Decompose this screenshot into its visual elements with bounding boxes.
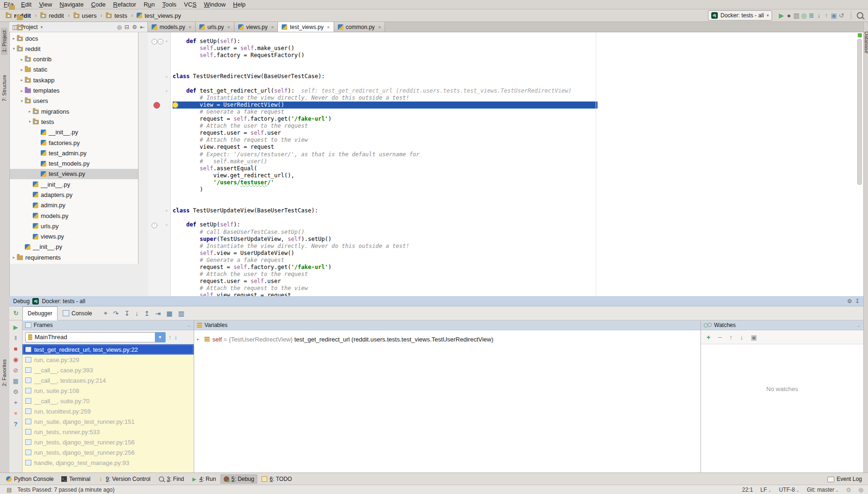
code-line[interactable]: def setUp(self): — [173, 221, 598, 228]
fold-marker-icon[interactable]: ▿ — [166, 223, 168, 227]
chevron-down-icon[interactable]: ▾ — [19, 99, 25, 103]
menu-item-edit[interactable]: Edit — [17, 0, 35, 9]
code-line[interactable]: # Instantiate the view directly. Never d… — [173, 243, 598, 250]
code-line[interactable]: view = UserRedirectView() — [173, 102, 598, 109]
restore-layout-icon[interactable]: ▦ — [13, 378, 18, 385]
status-widget-utf-8[interactable]: UTF-8⌄ — [779, 487, 800, 493]
frame-row[interactable]: run_tests, django_test_runner.py:256 — [22, 447, 194, 458]
tree-item-adapters-py[interactable]: adapters.py — [0, 189, 138, 200]
code-line[interactable]: class TestUserRedirectView(BaseUserTestC… — [173, 73, 598, 80]
code-line[interactable]: self.view = UserUpdateView() — [173, 250, 598, 257]
overriding-method-icon[interactable]: ↑ — [152, 39, 157, 44]
breakpoint-icon[interactable] — [153, 102, 160, 109]
code-line[interactable]: # call BaseUserTestCase.setUp() — [173, 229, 598, 236]
frame-row[interactable]: handle, django_test_manage.py:93 — [22, 458, 194, 468]
stripe-button-1-project[interactable]: 1: Project — [1, 28, 7, 55]
code-editor[interactable]: def setUp(self): self.user = self.make_u… — [148, 32, 863, 296]
tree-item-urls-py[interactable]: urls.py — [0, 221, 138, 231]
code-line[interactable]: request.user = self.user — [173, 130, 598, 137]
code-line[interactable]: def setUp(self): — [173, 38, 598, 45]
breadcrumb-item[interactable]: test_views.py — [136, 12, 182, 19]
tab-views-py[interactable]: views.py× — [234, 22, 278, 32]
frame-row[interactable]: __call__, testcases.py:214 — [22, 375, 194, 385]
code-line[interactable]: # Attach the user to the request — [173, 123, 598, 130]
pause-icon[interactable]: ‖ — [15, 335, 17, 341]
code-line[interactable]: # self.make_user() — [173, 158, 598, 165]
hide-panel-icon[interactable]: ⇤ — [140, 24, 145, 30]
chevron-down-icon[interactable]: ▾ — [41, 25, 43, 29]
fold-marker-icon[interactable]: ▿ — [166, 89, 168, 93]
vcs-update-icon[interactable]: ↓ — [815, 12, 823, 19]
breadcrumb-item[interactable]: users — [73, 12, 98, 19]
frame-row[interactable]: run, suite.py:108 — [22, 385, 194, 396]
menu-item-window[interactable]: Window — [200, 0, 229, 9]
stripe-button-database[interactable]: Database — [864, 29, 868, 56]
run-to-cursor-icon[interactable]: ⇥ — [155, 310, 161, 317]
chevron-down-icon[interactable]: ▼ — [155, 332, 165, 342]
inspection-status-icon[interactable] — [858, 33, 862, 37]
vcs-commit-icon[interactable]: ↑ — [823, 12, 830, 19]
collapse-all-icon[interactable]: ⊟ — [124, 24, 129, 30]
code-line[interactable]: # Attach the request to the view — [173, 137, 598, 144]
chevron-right-icon[interactable]: ▸ — [11, 255, 17, 260]
force-step-into-icon[interactable]: ↓ — [135, 310, 139, 317]
evaluate-expression-icon[interactable]: ▦ — [167, 310, 173, 317]
stripe-button-2-favorites[interactable]: 2: Favorites — [1, 356, 7, 389]
code-line[interactable]: # Generate a fake request — [173, 257, 598, 264]
run-config-select[interactable]: dj Docker: tests - all ▾ — [708, 10, 772, 21]
code-line[interactable]: request.user = self.user — [173, 278, 598, 285]
tree-item-taskapp[interactable]: ▸taskapp — [0, 75, 138, 85]
toolwindow-toggle-icon[interactable]: ▤ — [5, 487, 14, 493]
remove-watch-icon[interactable]: − — [718, 334, 722, 341]
pin-icon[interactable]: ⌖ — [14, 400, 17, 406]
recent-locations-icon[interactable]: ▣ — [830, 12, 838, 19]
tree-item-docs[interactable]: ▸docs — [0, 33, 138, 44]
frame-row[interactable]: run, tcunittest.py:259 — [22, 406, 194, 416]
tree-item-test_models-py[interactable]: test_models.py — [0, 158, 138, 168]
chevron-right-icon[interactable]: ▸ — [19, 57, 25, 62]
menu-item-run[interactable]: Run — [140, 0, 159, 9]
toolwindow-button-4-run[interactable]: ▶4: Run — [188, 474, 219, 484]
rerun-icon[interactable]: ↻ — [14, 310, 19, 317]
stop-icon[interactable]: ■ — [14, 346, 18, 352]
close-icon[interactable]: × — [189, 24, 191, 30]
code-line[interactable]: self.view.request = request — [173, 292, 598, 296]
tree-item-static[interactable]: ▸static — [0, 65, 138, 75]
frame-row[interactable]: test_get_redirect_url, test_views.py:22 — [22, 344, 194, 355]
tree-item-contrib[interactable]: ▸contrib — [0, 54, 138, 64]
debug-icon[interactable]: ● — [785, 12, 793, 19]
step-over-icon[interactable]: ↷ — [113, 310, 119, 317]
code-line[interactable]: class TestUserUpdateView(BaseUserTestCas… — [173, 207, 598, 214]
tab-models-py[interactable]: models.py× — [148, 22, 196, 32]
status-widget-22-1[interactable]: 22:1 — [742, 487, 753, 493]
step-out-icon[interactable]: ↥ — [144, 310, 150, 317]
frame-row[interactable]: __call__, case.py:393 — [22, 365, 194, 375]
fold-marker-icon[interactable]: ▿ — [166, 209, 168, 213]
chevron-down-icon[interactable]: ▾ — [11, 46, 17, 51]
gear-icon[interactable]: ⚙ — [132, 24, 137, 30]
tab-test_views-py[interactable]: test_views.py× — [278, 22, 334, 32]
frame-up-icon[interactable]: ↑ — [168, 334, 172, 341]
chevron-right-icon[interactable]: ▸ — [19, 78, 25, 82]
code-line[interactable] — [173, 59, 598, 66]
chevron-right-icon[interactable]: ▸ — [11, 36, 17, 41]
frame-down-icon[interactable]: ↓ — [175, 334, 178, 341]
editor-gutter[interactable] — [148, 32, 171, 296]
fold-marker-icon[interactable]: ▿ — [166, 39, 168, 44]
code-line[interactable]: self.factory = RequestFactory() — [173, 52, 598, 59]
code-line[interactable]: request = self.factory.get('/fake-url') — [173, 264, 598, 271]
help-icon[interactable]: ? — [14, 421, 18, 428]
code-line[interactable] — [173, 80, 598, 87]
code-line[interactable] — [173, 200, 598, 207]
code-area[interactable]: def setUp(self): self.user = self.make_u… — [171, 32, 863, 296]
memory-indicator-icon[interactable]: ◎ — [859, 487, 863, 493]
tree-item-migrations[interactable]: ▸migrations — [0, 106, 138, 116]
dock-icon[interactable]: ↧ — [855, 298, 860, 305]
tree-item-requirements[interactable]: ▸requirements — [0, 252, 138, 262]
coverage-icon[interactable]: ▥ — [793, 12, 800, 19]
tree-item-models-py[interactable]: models.py — [0, 211, 138, 221]
toolwindow-button-event-log[interactable]: Event Log — [824, 474, 865, 484]
close-icon[interactable]: × — [227, 24, 230, 30]
toolwindow-button-5-debug[interactable]: 5: Debug — [220, 474, 258, 484]
overridden-method-icon[interactable]: ↓ — [158, 39, 163, 44]
